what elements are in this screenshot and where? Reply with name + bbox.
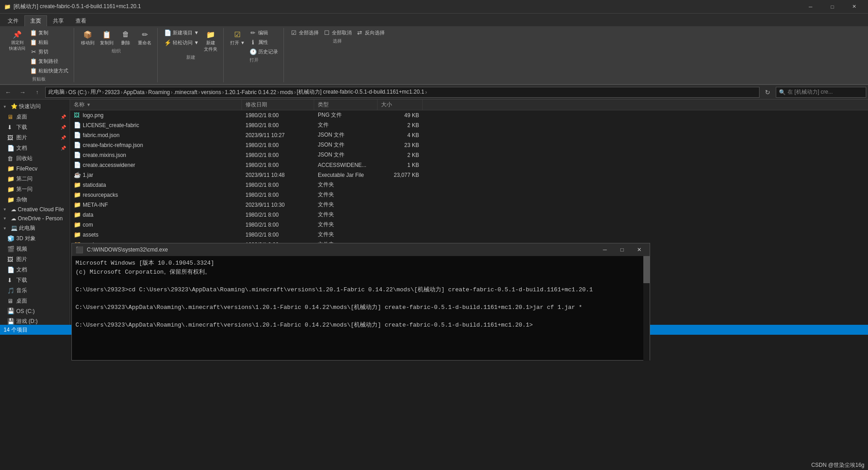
select-none-button[interactable]: ☐ 全部取消 bbox=[321, 28, 354, 37]
file-name-cell: 📁 META-INF bbox=[70, 201, 242, 209]
paste-shortcut-button[interactable]: 📋 粘贴快捷方式 bbox=[28, 66, 70, 75]
file-icon: 📁 bbox=[74, 211, 81, 218]
cmd-scrollbar[interactable] bbox=[643, 256, 650, 361]
sidebar-item-video[interactable]: 🎬 视频 bbox=[0, 244, 70, 254]
sidebar-item-docs[interactable]: 📄 文档 📌 bbox=[0, 143, 70, 153]
sidebar-item-recycle[interactable]: 🗑 回收站 bbox=[0, 153, 70, 164]
properties-button[interactable]: ℹ 属性 bbox=[248, 38, 280, 47]
path-minecraft[interactable]: .minecraft bbox=[174, 89, 198, 95]
sidebar-item-doc2-label: 文档 bbox=[16, 266, 27, 274]
tab-share[interactable]: 共享 bbox=[47, 15, 70, 26]
table-row[interactable]: 📄 create.mixins.json 1980/2/1 8:00 JSON … bbox=[70, 150, 868, 160]
file-name-cell: 📄 LICENSE_create-fabric bbox=[70, 122, 242, 129]
sidebar-item-pictures[interactable]: 🖼 图片 📌 bbox=[0, 133, 70, 143]
path-fabric[interactable]: 1.20.1-Fabric 0.14.22 bbox=[225, 89, 276, 95]
table-row[interactable]: 📄 create-fabric-refmap.json 1980/2/1 8:0… bbox=[70, 140, 868, 150]
cmd-minimize[interactable]: ─ bbox=[598, 245, 612, 255]
col-header-name[interactable]: 名称 ▼ bbox=[70, 100, 242, 110]
path-roaming[interactable]: Roaming bbox=[148, 89, 170, 95]
new-folder-button[interactable]: 📁 新建文件夹 bbox=[202, 28, 220, 53]
pin-button[interactable]: 📌 固定到快速访问 bbox=[7, 28, 27, 75]
table-row[interactable]: 📁 META-INF 2023/9/11 10:30 文件夹 bbox=[70, 200, 868, 210]
col-header-type[interactable]: 类型 bbox=[314, 100, 377, 110]
path-osc[interactable]: OS (C:) bbox=[68, 89, 87, 95]
cut-button[interactable]: ✂ 剪切 bbox=[28, 47, 70, 56]
sidebar-item-dl2[interactable]: ⬇ 下载 bbox=[0, 275, 70, 285]
file-name: data bbox=[83, 212, 93, 218]
select-all-button[interactable]: ☑ 全部选择 bbox=[288, 28, 321, 37]
maximize-button[interactable]: □ bbox=[822, 0, 843, 14]
sidebar-item-misc[interactable]: 📁 杂物 bbox=[0, 195, 70, 205]
paste-button[interactable]: 📋 粘贴 bbox=[28, 38, 70, 47]
sidebar-item-games[interactable]: 💾 游戏 (D:) bbox=[0, 316, 70, 325]
open-button[interactable]: ☑ 打开 ▼ bbox=[228, 28, 247, 56]
path-users[interactable]: 用户 bbox=[90, 88, 101, 96]
table-row[interactable]: 📄 create.accesswidener 1980/2/1 8:00 ACC… bbox=[70, 160, 868, 170]
delete-button[interactable]: 🗑 删除 bbox=[117, 28, 135, 47]
sidebar-header-quick-access[interactable]: ▾ ⭐ 快速访问 bbox=[0, 101, 70, 112]
copy-button[interactable]: 📋 复制 bbox=[28, 28, 70, 37]
back-button[interactable]: ← bbox=[2, 86, 14, 99]
sidebar-header-onedrive[interactable]: ▾ ☁ OneDrive - Person bbox=[0, 214, 70, 223]
edit-button[interactable]: ✏ 编辑 bbox=[248, 28, 280, 37]
table-row[interactable]: ☕ 1.jar 2023/9/11 10:48 Executable Jar F… bbox=[70, 170, 868, 180]
sidebar-item-desktop[interactable]: 🖥 桌面 📌 bbox=[0, 112, 70, 122]
path-appdata[interactable]: AppData bbox=[123, 89, 145, 95]
invert-button[interactable]: ⇄ 反向选择 bbox=[354, 28, 387, 37]
col-header-date[interactable]: 修改日期 bbox=[242, 100, 314, 110]
file-date-cell: 1980/2/1 8:00 bbox=[242, 112, 314, 119]
forward-button[interactable]: → bbox=[16, 86, 29, 99]
item-count: 14 个项目 bbox=[4, 326, 28, 334]
sidebar-header-creative-cloud[interactable]: ▾ ☁ Creative Cloud File bbox=[0, 205, 70, 214]
col-header-size[interactable]: 大小 bbox=[377, 100, 423, 110]
move-icon: 📦 bbox=[82, 29, 93, 40]
cmd-maximize[interactable]: □ bbox=[615, 245, 629, 255]
sidebar-item-desk2[interactable]: 🖥 桌面 bbox=[0, 296, 70, 306]
tab-home[interactable]: 主页 bbox=[24, 15, 47, 26]
new-item-button[interactable]: 📄 新建项目 ▼ bbox=[162, 28, 201, 37]
up-button[interactable]: ↑ bbox=[31, 86, 43, 99]
app-icon: 📁 bbox=[4, 3, 11, 10]
sidebar-item-downloads[interactable]: ⬇ 下载 📌 bbox=[0, 122, 70, 133]
sidebar-item-second[interactable]: 📁 第二问 bbox=[0, 174, 70, 184]
close-button[interactable]: ✕ bbox=[844, 0, 864, 14]
address-path[interactable]: 此电脑 › OS (C:) › 用户 › 29323 › AppData › R… bbox=[45, 87, 760, 98]
table-row[interactable]: 📁 resourcepacks 1980/2/1 8:00 文件夹 bbox=[70, 190, 868, 200]
minimize-button[interactable]: ─ bbox=[800, 0, 821, 14]
sidebar-item-osc[interactable]: 💾 OS (C:) bbox=[0, 306, 70, 316]
tab-file[interactable]: 文件 bbox=[2, 15, 24, 26]
sidebar-item-filerecv[interactable]: 📁 FileRecv bbox=[0, 164, 70, 174]
paste-shortcut-icon: 📋 bbox=[30, 67, 37, 74]
refresh-button[interactable]: ↻ bbox=[761, 86, 774, 99]
rename-button[interactable]: ✏ 重命名 bbox=[136, 28, 154, 47]
path-computer[interactable]: 此电脑 bbox=[48, 88, 65, 96]
easy-access-button[interactable]: ⚡ 轻松访问 ▼ bbox=[162, 38, 201, 47]
table-row[interactable]: 🖼 logo.png 1980/2/1 8:00 PNG 文件 49 KB bbox=[70, 110, 868, 120]
path-mods[interactable]: mods bbox=[280, 89, 293, 95]
path-versions[interactable]: versions bbox=[201, 89, 221, 95]
cmd-scrollbar-thumb[interactable] bbox=[643, 256, 650, 283]
table-row[interactable]: 📄 LICENSE_create-fabric 1980/2/1 8:00 文件… bbox=[70, 120, 868, 130]
path-user[interactable]: 29323 bbox=[105, 89, 120, 95]
sidebar-item-first[interactable]: 📁 第一问 bbox=[0, 184, 70, 195]
tab-view[interactable]: 查看 bbox=[70, 15, 92, 26]
move-to-button[interactable]: 📦 移动到 bbox=[79, 28, 97, 47]
sidebar-header-this-pc[interactable]: ▾ 💻 此电脑 bbox=[0, 223, 70, 233]
sidebar-item-doc2[interactable]: 📄 文档 bbox=[0, 265, 70, 275]
table-row[interactable]: 📄 fabric.mod.json 2023/9/11 10:27 JSON 文… bbox=[70, 130, 868, 140]
file-size-cell: 2 KB bbox=[377, 152, 423, 158]
table-row[interactable]: 📁 assets 1980/2/1 8:00 文件夹 bbox=[70, 230, 868, 240]
path-mod[interactable]: [机械动力] create-fabric-0.5.1-d-build.1161+… bbox=[297, 88, 425, 96]
table-row[interactable]: 📁 data 1980/2/1 8:00 文件夹 bbox=[70, 210, 868, 220]
sidebar-item-pic2[interactable]: 🖼 图片 bbox=[0, 254, 70, 265]
sidebar-item-music[interactable]: 🎵 音乐 bbox=[0, 285, 70, 296]
table-row[interactable]: 📁 com 1980/2/1 8:00 文件夹 bbox=[70, 220, 868, 230]
file-icon: 📁 bbox=[74, 201, 81, 209]
table-row[interactable]: 📁 staticdata 1980/2/1 8:00 文件夹 bbox=[70, 180, 868, 190]
cmd-close[interactable]: ✕ bbox=[632, 245, 646, 255]
copy-to-button[interactable]: 📋 复制到 bbox=[98, 28, 116, 47]
sidebar-item-3d[interactable]: 🧊 3D 对象 bbox=[0, 233, 70, 244]
history-button[interactable]: 🕐 历史记录 bbox=[248, 47, 280, 56]
search-box[interactable]: 🔍 在 [机械动力] cre... bbox=[776, 87, 866, 98]
copy-path-button[interactable]: 📋 复制路径 bbox=[28, 57, 70, 66]
